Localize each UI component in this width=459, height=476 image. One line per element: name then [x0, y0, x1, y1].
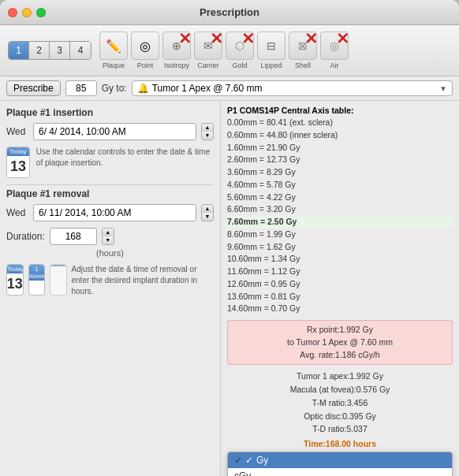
rx-info-box: Rx point:1.992 Gy to Tumor 1 Apex @ 7.60… [227, 320, 453, 365]
insertion-calendar-today[interactable]: Today 13 [6, 147, 30, 178]
duration-stepper: ▲ ▼ [102, 228, 114, 245]
rx-line2: to Tumor 1 Apex @ 7.60 mm [233, 337, 447, 349]
dropdown-item-cgy[interactable]: cGy [228, 468, 452, 476]
axis-row-4: 3.60mm = 8.29 Gy [227, 166, 453, 179]
removal-stepper: ▲ ▼ [201, 204, 214, 221]
dropdown-arrow-icon: ▼ [439, 84, 447, 93]
removal-cal-today[interactable]: Today 13 [6, 264, 24, 296]
lipped-icon-item: ⊟ Lipped [257, 32, 285, 69]
removal-cal-num1: 13 [7, 273, 23, 295]
shell-label: Shell [295, 61, 311, 69]
right-panel: P1 COMS14P Central Axis table: 0.00mm = … [221, 101, 459, 476]
stats-line2: Macula (at fovea):0.576 Gy [227, 383, 453, 396]
tumor-apex-label: Tumor 1 Apex @ 7.60 mm [152, 83, 263, 94]
dropdown-item-gy[interactable]: ✓ Gy [228, 452, 452, 468]
shell-button[interactable]: ⊠ ✕ [289, 32, 317, 60]
removal-cal-extra[interactable] [50, 264, 67, 296]
removal-cal-top3 [50, 265, 66, 266]
checkmark-icon: ✓ [245, 455, 253, 466]
close-button[interactable] [8, 8, 17, 17]
point-icon-item: ◎ Point [131, 32, 159, 69]
gold-label: Gold [232, 61, 247, 69]
axis-title: P1 COMS14P Central Axis table: [227, 106, 453, 115]
removal-hint: Adjust the date & time of removal or ent… [72, 264, 215, 297]
carrier-icon-item: ✉ ✕ Carrier [194, 32, 222, 69]
removal-date-row: Wed ▲ ▼ [6, 204, 214, 221]
axis-row-15: 14.60mm = 0.70 Gy [227, 303, 453, 315]
gy-option-label: Gy [256, 455, 268, 466]
removal-cal-top2: 1 Week [29, 265, 45, 281]
rx-line1: Rx point:1.992 Gy [233, 324, 447, 337]
axis-row-7: 6.60mm = 3.20 Gy [227, 203, 453, 216]
removal-calendars: Today 13 1 Week Adjust the date & time o… [6, 264, 214, 297]
removal-day: Wed [6, 207, 28, 218]
traffic-lights [8, 8, 46, 17]
time-highlight: Time:168.00 hours [227, 439, 453, 448]
tab-3[interactable]: 3 [50, 42, 70, 59]
removal-stepper-down[interactable]: ▼ [202, 213, 213, 221]
tab-4[interactable]: 4 [70, 42, 91, 59]
axis-row-5: 4.60mm = 5.78 Gy [227, 179, 453, 192]
lipped-button[interactable]: ⊟ [257, 32, 285, 60]
insertion-stepper: ▲ ▼ [201, 123, 214, 140]
gold-button[interactable]: ⬡ ✕ [226, 32, 254, 60]
toolbar: 1 2 3 4 ✏️ Plaque ◎ Point [0, 25, 459, 76]
axis-row-2: 1.60mm = 21.90 Gy [227, 142, 453, 154]
duration-label: Duration: [6, 231, 45, 242]
insertion-day: Wed [6, 126, 28, 137]
plaque-button[interactable]: ✏️ [99, 32, 128, 60]
removal-section-label: Plaque #1 removal [6, 188, 214, 199]
prescribe-value-input[interactable] [65, 80, 97, 96]
lipped-label: Lipped [260, 61, 282, 69]
shell-icon-item: ⊠ ✕ Shell [289, 32, 317, 69]
stats-line3: T-M ratio:3.456 [227, 396, 453, 410]
point-button[interactable]: ◎ [131, 32, 159, 60]
isotropy-button[interactable]: ⊕ ✕ [162, 32, 191, 60]
isotropy-label: Isotropy [164, 61, 189, 69]
duration-input[interactable] [50, 228, 97, 245]
main-window: Prescription 1 2 3 4 ✏️ Plaque ◎ Point [0, 0, 459, 476]
duration-stepper-down[interactable]: ▼ [103, 236, 114, 244]
stats-box: Tumor 1 apex:1.992 Gy Macula (at fovea):… [227, 370, 453, 436]
removal-cal-num2 [35, 281, 38, 295]
insertion-stepper-up[interactable]: ▲ [202, 124, 213, 132]
axis-row-12: 11.60mm = 1.12 Gy [227, 266, 453, 278]
rx-line3: Avg. rate:1.186 cGy/h [233, 349, 447, 362]
maximize-button[interactable] [36, 8, 46, 17]
prescribe-bar: Prescribe Gy to: 🔔 Tumor 1 Apex @ 7.60 m… [0, 76, 459, 101]
plaque-icon-item: ✏️ Plaque [99, 32, 128, 69]
removal-cal-1week[interactable]: 1 Week [28, 264, 46, 296]
axis-row-1: 0.60mm = 44.80 (inner sclera) [227, 129, 453, 142]
prescribe-dropdown[interactable]: 🔔 Tumor 1 Apex @ 7.60 mm ▼ [132, 80, 453, 96]
air-icon-item: ◎ ✕ Air [320, 32, 349, 69]
carrier-label: Carrier [197, 61, 219, 69]
axis-row-13: 12.60mm = 0.95 Gy [227, 278, 453, 291]
stats-line4: Optic disc:0.395 Gy [227, 410, 453, 423]
hours-label: (hours) [6, 248, 214, 258]
axis-row-11: 10.60mm = 1.34 Gy [227, 253, 453, 266]
stats-line1: Tumor 1 apex:1.992 Gy [227, 370, 453, 383]
air-label: Air [330, 61, 339, 69]
insertion-stepper-down[interactable]: ▼ [202, 132, 213, 139]
removal-date-input[interactable] [33, 204, 196, 221]
removal-stepper-up[interactable]: ▲ [202, 205, 213, 213]
gold-icon-item: ⬡ ✕ Gold [226, 32, 254, 69]
axis-row-14: 13.60mm = 0.81 Gy [227, 291, 453, 303]
tab-1[interactable]: 1 [9, 42, 29, 59]
prescribe-button[interactable]: Prescribe [6, 80, 61, 96]
plaque-label: Plaque [103, 61, 125, 69]
left-panel: Plaque #1 insertion Wed ▲ ▼ Today 13 Use… [0, 101, 221, 476]
axis-row-6: 5.60mm = 4.22 Gy [227, 192, 453, 204]
insertion-calendar-area: Today 13 Use the calendar controls to en… [6, 147, 214, 178]
rx-units-dropdown[interactable]: ✓ Gy cGy mGy cGy/hr mGy/min [227, 452, 453, 476]
minimize-button[interactable] [22, 8, 32, 17]
insertion-date-input[interactable] [33, 123, 196, 140]
carrier-button[interactable]: ✉ ✕ [194, 32, 222, 60]
window-title: Prescription [200, 6, 259, 18]
tab-group: 1 2 3 4 [8, 41, 91, 60]
duration-stepper-up[interactable]: ▲ [103, 229, 114, 236]
air-button[interactable]: ◎ ✕ [320, 32, 349, 60]
tab-2[interactable]: 2 [29, 42, 50, 59]
axis-row-10: 9.60mm = 1.62 Gy [227, 241, 453, 254]
isotropy-icon-item: ⊕ ✕ Isotropy [162, 32, 191, 69]
